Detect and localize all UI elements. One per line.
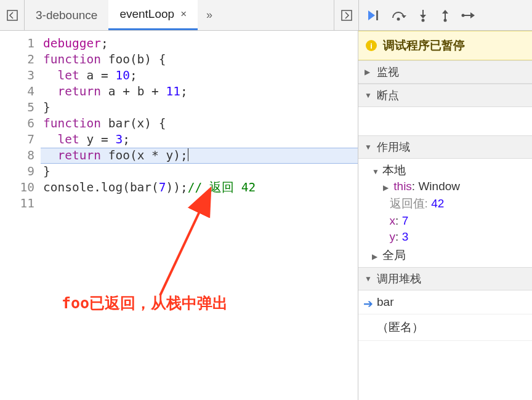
svg-point-8 (422, 18, 425, 22)
section-watch[interactable]: 监视 (358, 60, 532, 84)
tabs-prev-button[interactable] (0, 0, 25, 30)
resume-button[interactable] (366, 9, 381, 22)
chevron-right-icon (372, 252, 379, 261)
callstack-frame[interactable]: （匿名） (358, 314, 532, 341)
section-watch-label: 监视 (377, 65, 399, 79)
tab-bar: 3-debounce eventLoop × » (0, 0, 532, 31)
main-area: 1234567891011 debugger;function foo(b) {… (0, 31, 532, 400)
chevron-down-icon (365, 143, 372, 151)
paused-banner: i 调试程序已暂停 (358, 31, 532, 60)
svg-marker-4 (401, 15, 406, 18)
svg-marker-2 (368, 10, 375, 20)
section-callstack[interactable]: 调用堆栈 (358, 267, 532, 290)
step-over-button[interactable] (391, 9, 407, 22)
scope-return: 返回值: 42 (372, 194, 526, 213)
current-frame-icon: ➔ (363, 297, 373, 311)
debugger-sidebar: i 调试程序已暂停 监视 断点 作用域 本地 this: Window (358, 31, 532, 400)
callstack-frame-name: （匿名） (377, 321, 424, 334)
section-breakpoints-label: 断点 (377, 88, 399, 103)
paused-banner-text: 调试程序已暂停 (383, 38, 465, 54)
chevron-down-icon (372, 167, 379, 176)
tabs-next-button[interactable] (334, 0, 358, 30)
svg-rect-3 (376, 10, 378, 20)
tab-label: eventLoop (119, 7, 174, 21)
svg-point-11 (444, 18, 447, 22)
scope-var: x: 7 (372, 213, 526, 229)
svg-point-5 (397, 17, 400, 20)
tabs-overflow-button[interactable]: » (198, 0, 221, 30)
scope-local[interactable]: 本地 (372, 162, 526, 178)
chevron-down-icon (365, 91, 372, 100)
svg-rect-1 (342, 10, 352, 20)
scope-return-value: 42 (431, 197, 444, 210)
scope-body: 本地 this: Window 返回值: 42 x: 7 y: 3 全局 (358, 159, 532, 267)
callstack-body: ➔bar（匿名） (358, 290, 532, 341)
line-gutter: 1234567891011 (0, 31, 41, 400)
code-body: debugger;function foo(b) { let a = 10; r… (41, 31, 358, 400)
scope-global-label: 全局 (382, 249, 406, 262)
callstack-frame[interactable]: ➔bar (358, 290, 532, 314)
chevron-right-icon (365, 68, 372, 76)
tab-eventloop[interactable]: eventLoop × (108, 0, 198, 30)
step-out-button[interactable] (439, 9, 451, 22)
step-into-button[interactable] (417, 9, 429, 22)
section-scope[interactable]: 作用域 (358, 135, 532, 159)
section-callstack-label: 调用堆栈 (377, 271, 421, 286)
scope-this-label: this (393, 180, 412, 193)
svg-marker-7 (420, 15, 426, 18)
info-icon: i (366, 40, 377, 51)
tab-3-debounce[interactable]: 3-debounce (25, 0, 108, 30)
tab-label: 3-debounce (36, 9, 97, 22)
section-breakpoints[interactable]: 断点 (358, 84, 532, 107)
scope-var: y: 3 (372, 229, 526, 245)
svg-marker-10 (442, 10, 448, 14)
scope-return-label: 返回值 (390, 197, 425, 210)
scope-this[interactable]: this: Window (372, 178, 526, 194)
chevron-right-icon (383, 183, 390, 192)
chevron-down-icon (365, 274, 372, 283)
section-scope-label: 作用域 (377, 140, 410, 154)
debugger-toolbar (358, 0, 532, 30)
code-editor[interactable]: 1234567891011 debugger;function foo(b) {… (0, 31, 358, 400)
step-button[interactable] (461, 9, 476, 22)
svg-rect-0 (7, 10, 17, 20)
close-icon[interactable]: × (180, 8, 187, 20)
svg-marker-13 (470, 12, 475, 18)
callstack-frame-name: bar (377, 295, 393, 308)
tabs-left: 3-debounce eventLoop × » (0, 0, 358, 30)
svg-point-14 (462, 14, 465, 17)
scope-local-label: 本地 (382, 164, 406, 177)
scope-this-value: Window (418, 180, 460, 193)
scope-global[interactable]: 全局 (372, 247, 526, 263)
